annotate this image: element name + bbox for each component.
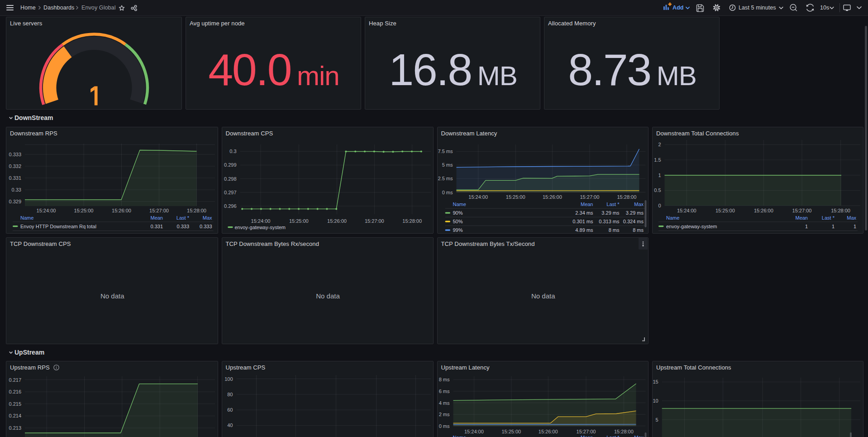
svg-text:0.333: 0.333	[200, 224, 212, 229]
svg-text:15:24:00: 15:24:00	[251, 218, 270, 224]
svg-text:2.5 ms: 2.5 ms	[438, 176, 453, 181]
svg-text:0.33: 0.33	[12, 187, 21, 192]
svg-text:Mean: Mean	[580, 435, 593, 437]
svg-text:8 ms: 8 ms	[608, 227, 619, 233]
svg-text:15:28:00: 15:28:00	[617, 194, 636, 200]
svg-text:60: 60	[227, 407, 233, 413]
svg-text:Mean: Mean	[795, 215, 808, 221]
svg-text:Last *: Last *	[822, 215, 835, 221]
svg-text:envoy-gateway-system: envoy-gateway-system	[234, 225, 286, 230]
svg-text:3.29 ms: 3.29 ms	[625, 210, 644, 216]
svg-text:0.333: 0.333	[176, 224, 189, 229]
svg-text:7.5 ms: 7.5 ms	[438, 149, 453, 154]
svg-text:0.5: 0.5	[654, 187, 661, 193]
svg-text:2.34 ms: 2.34 ms	[575, 210, 593, 216]
svg-text:0.299: 0.299	[224, 162, 236, 168]
svg-text:0.217: 0.217	[9, 377, 21, 383]
svg-text:0.3: 0.3	[229, 149, 236, 154]
svg-text:15:28:00: 15:28:00	[831, 208, 850, 213]
svg-text:Name: Name	[453, 202, 466, 207]
svg-text:15:28:00: 15:28:00	[187, 208, 206, 213]
svg-text:15:27:00: 15:27:00	[792, 208, 812, 213]
svg-text:4.89 ms: 4.89 ms	[575, 227, 593, 233]
svg-text:15:24:00: 15:24:00	[677, 208, 696, 213]
svg-text:1: 1	[832, 224, 835, 229]
svg-text:15:26:00: 15:26:00	[542, 194, 562, 200]
svg-text:0.214: 0.214	[9, 413, 21, 418]
svg-text:0.333: 0.333	[9, 152, 21, 157]
svg-text:Envoy HTTP Downstream Rq total: Envoy HTTP Downstream Rq total	[20, 224, 96, 229]
svg-text:15:28:00: 15:28:00	[402, 218, 422, 224]
svg-text:90%: 90%	[453, 210, 463, 216]
svg-text:15:24:00: 15:24:00	[468, 194, 488, 200]
svg-text:Last *: Last *	[606, 435, 620, 437]
svg-text:15:27:00: 15:27:00	[580, 194, 599, 200]
svg-text:15:27:00: 15:27:00	[364, 218, 384, 224]
svg-text:0.215: 0.215	[9, 401, 21, 407]
svg-text:15:24:00: 15:24:00	[37, 208, 56, 213]
svg-text:15:25:00: 15:25:00	[715, 208, 735, 213]
svg-text:Name: Name	[453, 435, 466, 437]
svg-text:Max: Max	[634, 435, 644, 437]
svg-text:0.297: 0.297	[224, 190, 236, 195]
svg-text:50%: 50%	[453, 219, 463, 224]
svg-text:0: 0	[658, 203, 661, 208]
svg-text:0.213: 0.213	[9, 425, 21, 431]
svg-text:envoy-gateway-system: envoy-gateway-system	[666, 224, 717, 229]
svg-text:100: 100	[224, 376, 233, 382]
svg-text:0.331: 0.331	[9, 175, 21, 181]
svg-text:Last *: Last *	[176, 215, 190, 221]
svg-text:Name: Name	[20, 215, 33, 221]
svg-text:15:25:00: 15:25:00	[506, 194, 525, 200]
svg-text:15:25:00: 15:25:00	[74, 208, 94, 213]
svg-text:0.331: 0.331	[150, 224, 163, 229]
svg-text:Last *: Last *	[606, 202, 620, 207]
svg-text:Mean: Mean	[150, 215, 163, 221]
svg-text:1: 1	[854, 224, 856, 229]
svg-text:Mean: Mean	[580, 202, 593, 207]
svg-text:0.313 ms: 0.313 ms	[599, 219, 620, 224]
svg-text:2: 2	[658, 142, 661, 147]
svg-text:0.296: 0.296	[224, 203, 236, 209]
svg-text:5 ms: 5 ms	[442, 162, 453, 168]
svg-text:80: 80	[227, 392, 233, 397]
svg-text:15:27:00: 15:27:00	[149, 208, 169, 213]
svg-text:1: 1	[805, 224, 808, 229]
svg-text:Name: Name	[666, 215, 679, 221]
svg-text:1: 1	[658, 173, 661, 178]
svg-text:Max: Max	[847, 215, 856, 221]
svg-text:0 ms: 0 ms	[442, 190, 453, 195]
svg-text:15:25:00: 15:25:00	[289, 218, 308, 224]
svg-text:0.324 ms: 0.324 ms	[623, 219, 644, 224]
svg-text:Max: Max	[203, 215, 212, 221]
svg-text:0.332: 0.332	[9, 163, 21, 169]
svg-text:0.301 ms: 0.301 ms	[572, 219, 593, 224]
svg-text:Max: Max	[634, 202, 644, 207]
svg-text:0.298: 0.298	[224, 176, 236, 182]
svg-text:40: 40	[227, 423, 233, 428]
svg-text:0.216: 0.216	[9, 389, 21, 394]
svg-text:8 ms: 8 ms	[633, 227, 644, 233]
svg-text:15:26:00: 15:26:00	[754, 208, 773, 213]
svg-text:15:26:00: 15:26:00	[112, 208, 131, 213]
svg-text:99%: 99%	[453, 227, 463, 233]
svg-text:1.5: 1.5	[654, 157, 661, 163]
svg-text:15:26:00: 15:26:00	[327, 218, 347, 224]
svg-text:0.329: 0.329	[9, 199, 21, 204]
svg-text:3.29 ms: 3.29 ms	[601, 210, 620, 216]
